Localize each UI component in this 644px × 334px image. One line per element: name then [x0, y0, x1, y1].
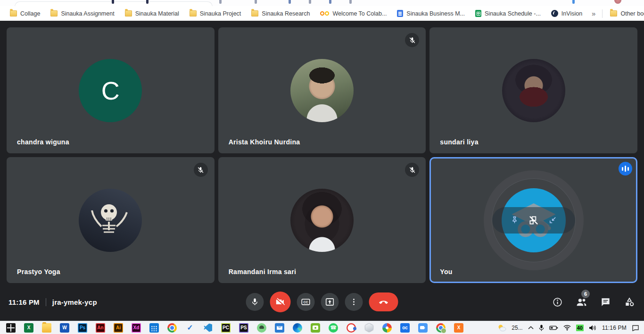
edge-icon[interactable] [293, 323, 302, 333]
todo-check-icon[interactable]: ✓ [185, 323, 195, 333]
more-options-button[interactable] [345, 293, 363, 311]
windows-start-icon[interactable] [6, 323, 16, 333]
bookmark-collage[interactable]: Collage [10, 10, 40, 17]
mic-off-icon [405, 33, 419, 47]
pinwheel-app-icon[interactable] [382, 323, 392, 333]
participant-tile-ramandani[interactable]: Ramandani Irma sari [218, 157, 426, 283]
invision-icon [551, 10, 558, 17]
vscode-icon[interactable] [203, 323, 213, 333]
bookmark-label: Sinauka Research [262, 10, 310, 17]
chrome-profile-icon[interactable] [436, 323, 446, 333]
present-button[interactable] [321, 293, 339, 311]
participant-name: sundari liya [440, 138, 478, 146]
video-call-app-icon[interactable] [418, 323, 428, 333]
minimize-icon[interactable] [548, 215, 558, 225]
profile-avatar-remnant [614, 0, 621, 4]
oc-app-icon[interactable]: oc [400, 323, 410, 333]
tray-wifi-icon[interactable] [563, 325, 571, 331]
chrome-icon[interactable] [167, 323, 177, 333]
participant-tile-you[interactable]: You [429, 157, 637, 283]
bookmark-label: Sinauka Business M... [406, 10, 465, 17]
screen-recorder-icon[interactable] [347, 323, 356, 333]
bookmark-sinauka-schedule[interactable]: Sinauka Schedule -... [475, 10, 541, 17]
mic-off-icon [194, 163, 208, 177]
notification-center-icon[interactable] [632, 325, 639, 331]
other-bookmarks-button[interactable]: Other bookmarks [610, 10, 644, 17]
bookmarks-overflow-chevron[interactable]: » [587, 9, 600, 17]
chat-button[interactable] [599, 296, 611, 308]
tray-mic-icon[interactable] [539, 324, 544, 332]
tray-chevron-up-icon[interactable] [528, 326, 534, 330]
participant-avatar [290, 59, 354, 122]
meeting-details-button[interactable] [551, 296, 563, 308]
tab-remnant [349, 0, 352, 4]
adobe-xd-icon[interactable]: Xd [132, 323, 141, 333]
tab-remnant [572, 0, 575, 4]
calendar-icon[interactable] [149, 323, 159, 333]
bookmark-sinauka-material[interactable]: Sinauka Material [125, 10, 179, 17]
camera-off-button[interactable] [270, 292, 291, 312]
pin-icon[interactable] [510, 215, 520, 225]
tray-volume-icon[interactable] [589, 325, 597, 331]
bookmarks-divider [602, 9, 603, 18]
whatsapp-icon[interactable] [329, 323, 338, 333]
pycharm-icon[interactable]: PC [221, 323, 231, 333]
activities-button[interactable] [623, 296, 636, 308]
bookmark-sinauka-research[interactable]: Sinauka Research [251, 10, 310, 17]
participant-name: Arista Khoiru Nurdina [229, 138, 300, 146]
camera-app-icon[interactable] [311, 323, 320, 333]
word-icon[interactable]: W [60, 323, 69, 333]
bookmarks-right: » Other bookmarks [587, 9, 644, 18]
browser-toolbar-sliver [0, 0, 644, 6]
unpin-icon[interactable] [528, 214, 540, 226]
bookmark-sinauka-project[interactable]: Sinauka Project [190, 10, 241, 17]
participant-avatar [502, 59, 565, 122]
end-call-button[interactable] [369, 292, 398, 311]
meeting-code: jra-ymek-ycp [52, 298, 97, 306]
weather-icon[interactable] [497, 324, 506, 332]
participant-tile-chandra[interactable]: C chandra wiguna [7, 27, 215, 153]
folder-icon [125, 10, 132, 17]
bookmark-label: InVision [561, 10, 582, 17]
battery-percent-badge[interactable]: 40 [576, 325, 584, 331]
mic-off-icon [405, 163, 419, 177]
taskbar-apps: XWPsAnAiXd✓PCPSocX [0, 321, 468, 334]
mail-icon[interactable] [275, 323, 284, 333]
sheets-icon [475, 10, 481, 17]
xampp-icon[interactable]: X [454, 323, 463, 333]
participant-name: You [440, 268, 452, 276]
participant-tile-sundari[interactable]: sundari liya [429, 27, 637, 153]
participant-avatar [290, 189, 354, 252]
divider [46, 298, 46, 306]
tray-clock[interactable]: 11:16 PM [602, 325, 627, 331]
tile-hover-actions [492, 207, 575, 234]
tab-remnant [146, 0, 149, 4]
illustrator-icon[interactable]: Ai [114, 323, 123, 333]
participants-button[interactable]: 6 [575, 296, 587, 308]
mic-button[interactable] [246, 293, 264, 311]
participant-name: Prastyo Yoga [17, 268, 60, 276]
hexagon-app-icon[interactable] [364, 323, 374, 333]
bookmark-sinauka-assignment[interactable]: Sinauka Assignment [50, 10, 114, 17]
tab-remnant [289, 0, 291, 4]
weather-temp[interactable]: 25... [512, 325, 522, 331]
android-emulator-icon[interactable] [257, 323, 266, 333]
screen: CollageSinauka AssignmentSinauka Materia… [0, 0, 644, 334]
phpstorm-icon[interactable]: PS [239, 323, 248, 333]
bookmark-welcome-to-colab[interactable]: Welcome To Colab... [320, 10, 387, 17]
tray-battery-icon[interactable] [549, 325, 558, 331]
bookmark-sinauka-business[interactable]: Sinauka Business M... [397, 10, 465, 17]
captions-button[interactable]: CC [297, 293, 315, 311]
bookmark-label: Sinauka Assignment [61, 10, 114, 17]
participant-tile-prastyo[interactable]: Prastyo Yoga [7, 157, 215, 283]
windows-taskbar: XWPsAnAiXd✓PCPSocX 25... [0, 321, 644, 334]
file-explorer-icon[interactable] [42, 323, 51, 333]
photoshop-icon[interactable]: Ps [78, 323, 87, 333]
bookmark-invision[interactable]: InVision [551, 10, 582, 17]
participant-tile-arista[interactable]: Arista Khoiru Nurdina [218, 27, 426, 153]
participants-grid: C chandra wiguna Arista Khoiru Nurdina [0, 21, 644, 283]
animate-icon[interactable]: An [96, 323, 105, 333]
docs-icon [397, 10, 403, 17]
excel-icon[interactable]: X [24, 323, 33, 333]
svg-text:CC: CC [304, 301, 308, 304]
